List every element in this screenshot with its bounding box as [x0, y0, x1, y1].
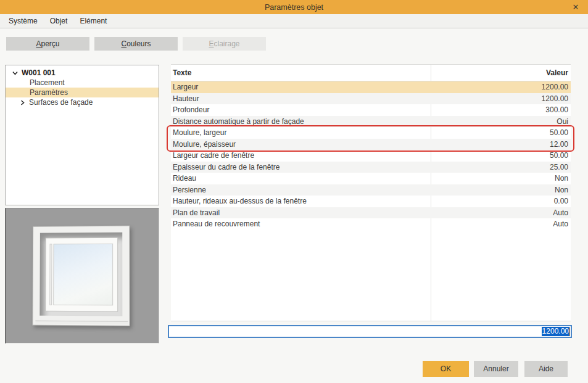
window-frame	[45, 237, 118, 312]
row-value: 300.00	[431, 105, 571, 114]
row-value: 0.00	[431, 197, 571, 205]
table-row[interactable]: Epaisseur du cadre de la fenêtre 25.00	[171, 162, 571, 173]
row-label: Moulure, épaisseur	[171, 140, 431, 149]
row-value: 1200.00	[431, 83, 571, 91]
object-tree: W001 001 Placement Paramètres Surfaces d…	[5, 65, 159, 205]
value-input[interactable]: 1200.00	[168, 325, 572, 338]
tree-node-label: Placement	[30, 78, 65, 88]
tree-node-placement[interactable]: Placement	[6, 78, 159, 88]
row-value: 50.00	[431, 128, 571, 137]
row-value: Oui	[431, 117, 571, 126]
text-caret	[569, 327, 570, 336]
row-value: 50.00	[431, 151, 571, 160]
table-row[interactable]: Persienne Non	[171, 184, 571, 196]
table-row[interactable]: Panneau de recouvrement Auto	[171, 218, 571, 230]
window-glass	[53, 244, 113, 305]
row-label: Panneau de recouvrement	[171, 220, 431, 228]
header-texte: Texte	[171, 68, 431, 77]
ok-button[interactable]: OK	[423, 361, 469, 377]
cancel-button[interactable]: Annuler	[474, 361, 518, 377]
view-mode-button[interactable]: Eclairage	[183, 37, 266, 51]
menu-item[interactable]: Elément	[73, 14, 113, 28]
dialog-title: Paramètres objet	[265, 3, 323, 12]
view-mode-button[interactable]: Couleurs	[94, 37, 178, 51]
menu-item[interactable]: Objet	[44, 14, 74, 28]
row-label: Rideau	[171, 174, 431, 183]
table-row[interactable]: Largeur 1200.00	[171, 81, 571, 93]
view-mode-buttons: Aperçu Couleurs Eclairage	[6, 37, 266, 51]
table-row[interactable]: Plan de travail Auto	[171, 207, 571, 219]
tree-node-label: Paramètres	[30, 88, 68, 97]
row-label: Hauteur, rideaux au-dessus de la fenêtre	[171, 197, 431, 205]
row-label: Distance automatique à partir de façade	[171, 117, 431, 126]
tree-node-parametres[interactable]: Paramètres	[6, 88, 159, 97]
row-value: Non	[431, 174, 571, 183]
row-value: Auto	[431, 208, 571, 217]
row-value: Non	[431, 186, 571, 194]
selected-text: 1200.00	[542, 327, 569, 336]
window-sill	[35, 321, 128, 324]
window-render	[32, 226, 130, 326]
row-label: Largeur cadre de fenêtre	[171, 151, 431, 160]
tree-node-root[interactable]: W001 001	[6, 68, 159, 78]
row-label: Persienne	[171, 186, 431, 194]
dialog-titlebar: Paramètres objet ✕	[0, 0, 588, 14]
table-row[interactable]: Hauteur 1200.00	[171, 93, 571, 105]
table-row[interactable]: Distance automatique à partir de façade …	[171, 116, 571, 128]
view-mode-button[interactable]: Aperçu	[6, 37, 89, 51]
chevron-right-icon	[19, 99, 26, 106]
table-row[interactable]: Profondeur 300.00	[171, 104, 571, 116]
tree-node-label: Surfaces de façade	[29, 97, 93, 107]
table-row[interactable]: Moulure, épaisseur 12.00	[171, 139, 571, 150]
table-row[interactable]: Rideau Non	[171, 173, 571, 184]
object-preview-panel	[5, 208, 159, 344]
row-label: Moulure, largeur	[171, 128, 431, 137]
table-row[interactable]: Largeur cadre de fenêtre 50.00	[171, 150, 571, 162]
help-button[interactable]: Aide	[524, 361, 568, 377]
tree-node-label: W001 001	[22, 68, 56, 78]
table-header: Texte Valeur	[171, 65, 571, 81]
row-label: Largeur	[171, 83, 431, 91]
menu-item[interactable]: Système	[2, 14, 44, 28]
tree-node-surfaces[interactable]: Surfaces de façade	[6, 97, 159, 107]
row-value: 25.00	[431, 163, 571, 171]
row-label: Epaisseur du cadre de la fenêtre	[171, 163, 431, 171]
menu-bar: Système Objet Elément	[0, 14, 588, 28]
row-label: Plan de travail	[171, 208, 431, 217]
window-reveal	[39, 233, 122, 316]
table-row[interactable]: Moulure, largeur 50.00	[171, 127, 571, 139]
table-rows: Largeur 1200.00 Hauteur 1200.00 Profonde…	[171, 81, 571, 230]
chevron-down-icon	[11, 69, 19, 76]
row-value: Auto	[431, 220, 571, 228]
row-value: 12.00	[431, 140, 571, 149]
row-value: 1200.00	[431, 94, 571, 103]
row-label: Hauteur	[171, 94, 431, 103]
close-icon[interactable]: ✕	[568, 0, 583, 14]
table-row[interactable]: Hauteur, rideaux au-dessus de la fenêtre…	[171, 196, 571, 207]
row-label: Profondeur	[171, 105, 431, 114]
window-stile	[49, 244, 52, 305]
parameter-table: Texte Valeur Largeur 1200.00 Hauteur 120…	[171, 64, 571, 321]
header-valeur: Valeur	[431, 68, 571, 77]
